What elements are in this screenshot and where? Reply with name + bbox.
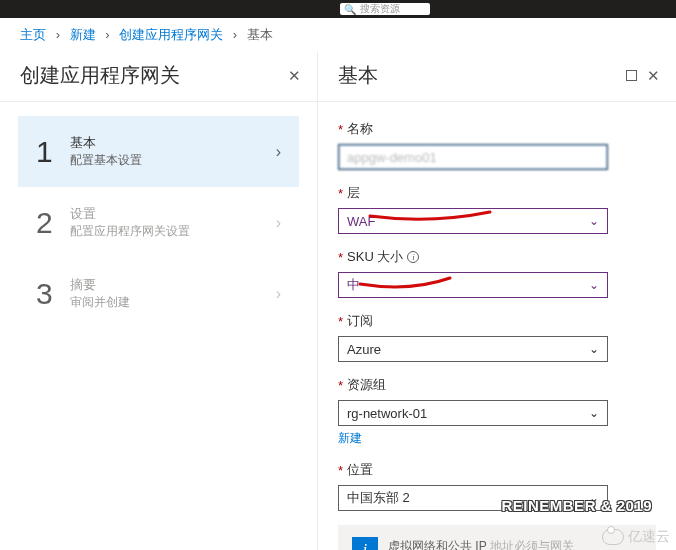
chevron-down-icon: ⌄	[589, 214, 599, 228]
breadcrumb-create-gateway[interactable]: 创建应用程序网关	[119, 27, 223, 42]
required-mark: *	[338, 314, 343, 329]
step-number: 2	[36, 206, 64, 240]
info-box-text: 虚拟网络和公共 IP 地址必须与网关 位于同一位置。如果计划使用现	[388, 537, 574, 550]
step-1-basics[interactable]: 1 基本 配置基本设置 ›	[18, 116, 299, 187]
search-chip[interactable]: 🔍 搜索资源	[340, 3, 430, 15]
step-number: 1	[36, 135, 64, 169]
step-title: 设置	[70, 205, 276, 223]
label-subscription: 订阅	[347, 312, 373, 330]
left-blade-header: 创建应用程序网关 ✕	[0, 52, 317, 102]
breadcrumb-sep: ›	[105, 27, 109, 42]
step-title: 摘要	[70, 276, 276, 294]
breadcrumb-home[interactable]: 主页	[20, 27, 46, 42]
step-number: 3	[36, 277, 64, 311]
step-subtitle: 审阅并创建	[70, 294, 276, 311]
field-name: *名称	[338, 120, 656, 170]
field-tier: *层 WAF ⌄	[338, 184, 656, 234]
label-sku: SKU 大小	[347, 248, 403, 266]
right-blade: 基本 ✕ *名称 *层 WAF ⌄ *SKU 大小i 中	[318, 52, 676, 550]
sku-value: 中	[347, 276, 360, 294]
label-location: 位置	[347, 461, 373, 479]
field-sku: *SKU 大小i 中 ⌄	[338, 248, 656, 298]
step-3-summary[interactable]: 3 摘要 审阅并创建 ›	[18, 258, 299, 329]
close-icon[interactable]: ✕	[647, 68, 660, 83]
form-body: *名称 *层 WAF ⌄ *SKU 大小i 中 ⌄ *订阅	[318, 102, 676, 550]
left-blade-title: 创建应用程序网关	[20, 62, 180, 89]
chevron-right-icon: ›	[276, 143, 281, 161]
tier-select[interactable]: WAF ⌄	[338, 208, 608, 234]
step-subtitle: 配置应用程序网关设置	[70, 223, 276, 240]
right-blade-title: 基本	[338, 62, 378, 89]
chevron-down-icon: ⌄	[589, 406, 599, 420]
label-name: 名称	[347, 120, 373, 138]
subscription-value: Azure	[347, 342, 381, 357]
top-bar: 🔍 搜索资源	[0, 0, 676, 18]
right-blade-header: 基本 ✕	[318, 52, 676, 102]
required-mark: *	[338, 186, 343, 201]
breadcrumb: 主页 › 新建 › 创建应用程序网关 › 基本	[0, 18, 676, 52]
required-mark: *	[338, 378, 343, 393]
info-badge-icon: i	[352, 537, 378, 550]
sku-select[interactable]: 中 ⌄	[338, 272, 608, 298]
step-subtitle: 配置基本设置	[70, 152, 276, 169]
chevron-down-icon: ⌄	[589, 342, 599, 356]
search-placeholder: 搜索资源	[360, 2, 400, 16]
required-mark: *	[338, 250, 343, 265]
watermark-reinember: REINEMBER & 2019	[501, 497, 652, 514]
breadcrumb-sep: ›	[233, 27, 237, 42]
close-icon[interactable]: ✕	[288, 68, 301, 83]
location-value: 中国东部 2	[347, 489, 410, 507]
left-blade: 创建应用程序网关 ✕ 1 基本 配置基本设置 › 2 设置 配置应用程序网关设置	[0, 52, 318, 550]
name-input[interactable]	[338, 144, 608, 170]
tier-value: WAF	[347, 214, 375, 229]
breadcrumb-new[interactable]: 新建	[70, 27, 96, 42]
breadcrumb-sep: ›	[56, 27, 60, 42]
field-resource-group: *资源组 rg-network-01 ⌄ 新建	[338, 376, 656, 447]
subscription-select[interactable]: Azure ⌄	[338, 336, 608, 362]
field-subscription: *订阅 Azure ⌄	[338, 312, 656, 362]
label-resource-group: 资源组	[347, 376, 386, 394]
chevron-right-icon: ›	[276, 214, 281, 232]
maximize-icon[interactable]	[626, 68, 637, 83]
cloud-icon	[602, 529, 624, 545]
required-mark: *	[338, 122, 343, 137]
chevron-right-icon: ›	[276, 285, 281, 303]
breadcrumb-current: 基本	[247, 27, 273, 42]
watermark-yisu: 亿速云	[602, 528, 670, 546]
chevron-down-icon: ⌄	[589, 278, 599, 292]
new-resource-group-link[interactable]: 新建	[338, 430, 362, 447]
step-title: 基本	[70, 134, 276, 152]
info-icon[interactable]: i	[407, 251, 419, 263]
resource-group-value: rg-network-01	[347, 406, 427, 421]
search-icon: 🔍	[344, 4, 356, 15]
step-2-settings[interactable]: 2 设置 配置应用程序网关设置 ›	[18, 187, 299, 258]
label-tier: 层	[347, 184, 360, 202]
resource-group-select[interactable]: rg-network-01 ⌄	[338, 400, 608, 426]
required-mark: *	[338, 463, 343, 478]
wizard-steps: 1 基本 配置基本设置 › 2 设置 配置应用程序网关设置 › 3 摘要	[0, 102, 317, 343]
